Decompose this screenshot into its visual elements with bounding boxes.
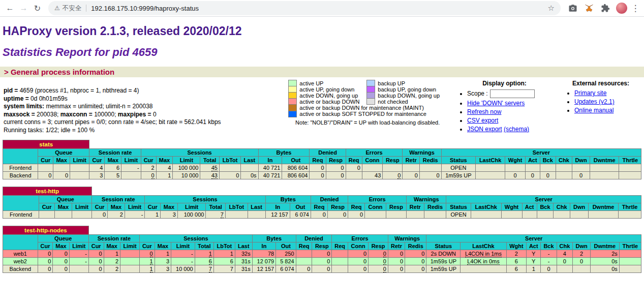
cell: 0s xyxy=(590,257,619,265)
browser-menu-icon[interactable]: ⋮ xyxy=(630,3,641,14)
back-icon[interactable]: ← xyxy=(3,4,17,13)
cell: 0 xyxy=(369,257,388,265)
title-spacer xyxy=(92,187,641,195)
reload-icon[interactable]: ↻ xyxy=(30,4,44,13)
cell: 6 074 xyxy=(276,265,296,272)
column-header-retr: Retr xyxy=(388,242,405,250)
link-refresh-now[interactable]: Refresh now xyxy=(467,108,501,115)
link-online-manual[interactable]: Online manual xyxy=(574,107,614,114)
proxy-name-link[interactable]: stats xyxy=(3,140,89,148)
proxy-name-link[interactable]: test-http-nodes xyxy=(3,226,89,234)
column-header-cur: Cur xyxy=(141,156,156,164)
profile-avatar[interactable] xyxy=(616,3,627,14)
cell xyxy=(365,210,386,218)
group-header-sessions: Sessions xyxy=(145,195,265,203)
scope-input[interactable] xyxy=(490,89,535,98)
column-header-last: Last xyxy=(235,242,252,250)
cell: 6 xyxy=(105,164,121,171)
process-info-line: system limits: memmax = unlimited; ulimi… xyxy=(4,103,280,111)
column-header-total: Total xyxy=(195,242,213,250)
column-header-resp: Resp xyxy=(386,203,406,210)
column-header-wght: Wght xyxy=(506,242,526,250)
omnibox-divider xyxy=(86,5,86,12)
column-header-conn: Conn xyxy=(348,242,369,250)
stats-table-test-http: test-http QueueSession rateSessionsBytes… xyxy=(3,187,641,219)
cell: L4OK in 0ms xyxy=(461,257,507,265)
group-header-server: Server xyxy=(441,148,641,156)
cell: OPEN xyxy=(441,164,475,171)
cell xyxy=(619,164,641,171)
column-header-cur: Cur xyxy=(145,203,161,210)
cell: 0 xyxy=(88,257,104,265)
legend-swatch-not-checked xyxy=(367,99,375,105)
cell xyxy=(501,210,522,218)
extensions-puzzle-icon[interactable] xyxy=(600,3,611,14)
address-bar[interactable]: ⚠ 不安全 192.168.175.10:9999/haproxy-status… xyxy=(48,1,561,15)
cell xyxy=(39,210,55,218)
cell xyxy=(38,164,53,171)
legend-label: active DOWN, going up xyxy=(297,93,367,99)
scope-item: Scope : xyxy=(467,89,554,98)
process-info-line: pid = 4659 (process #1, nbproc = 1, nbth… xyxy=(4,87,280,95)
forward-icon[interactable]: → xyxy=(17,4,30,13)
cell: - xyxy=(541,257,557,265)
link-hide-down-servers[interactable]: Hide 'DOWN' servers xyxy=(467,100,525,107)
column-header-req: Req xyxy=(296,242,312,250)
cell: 5 xyxy=(105,171,121,179)
legend-swatch-active-or-backup-down-for-maintenance-maint xyxy=(289,105,297,111)
cell xyxy=(225,210,248,218)
cell: 2 xyxy=(104,265,120,272)
table-row-web1: web100-01 01-1132s78250 0 00002s DOWNL4C… xyxy=(3,250,641,257)
column-header-redis: Redis xyxy=(424,203,446,210)
stats-table-stats: stats QueueSession rateSessionsBytesDeni… xyxy=(3,140,641,179)
column-header-lbtot: LbTot xyxy=(213,242,235,250)
column-header-max: Max xyxy=(104,242,120,250)
cell xyxy=(120,250,140,257)
link-csv-export[interactable]: CSV export xyxy=(467,117,498,124)
cell xyxy=(219,164,240,171)
cell xyxy=(540,164,556,171)
process-info-line: current conns = 3; current pipes = 0/0; … xyxy=(4,118,280,127)
column-header-limit: Limit xyxy=(70,156,89,164)
cell xyxy=(120,265,140,272)
proxy-name-link[interactable]: test-http xyxy=(3,187,92,195)
group-header-queue: Queue xyxy=(38,148,89,156)
metamask-fox-icon[interactable] xyxy=(584,3,595,14)
column-header-resp: Resp xyxy=(369,242,388,250)
cell: 0 xyxy=(388,257,405,265)
url-text[interactable]: 192.168.175.10:9999/haproxy-status xyxy=(91,5,199,12)
column-header-max: Max xyxy=(53,242,69,250)
bookmark-star-icon[interactable]: ☆ xyxy=(548,4,555,13)
group-header-warnings: Warnings xyxy=(403,148,441,156)
cell: 1m59s UP xyxy=(426,265,461,272)
column-header-wght: Wght xyxy=(501,203,522,210)
cell: 0 xyxy=(326,171,346,179)
column-header-limit: Limit xyxy=(121,156,141,164)
column-header-lbtot: LbTot xyxy=(225,203,248,210)
display-option-item: Refresh now xyxy=(467,108,554,115)
link-primary-site[interactable]: Primary site xyxy=(574,89,606,97)
not-secure-label[interactable]: 不安全 xyxy=(63,4,82,13)
column-header-out: Out xyxy=(282,156,310,164)
column-header-resp: Resp xyxy=(312,242,332,250)
column-header-retr: Retr xyxy=(407,203,424,210)
cell: 5 824 xyxy=(276,257,296,265)
legend-swatch-active-or-backup-down xyxy=(289,99,297,105)
cell: 0 xyxy=(369,250,388,257)
page-title[interactable]: HAProxy version 2.1.3, released 2020/02/… xyxy=(3,24,641,38)
column-header-lastchk: LastChk xyxy=(476,156,505,164)
display-options-list: Scope :Hide 'DOWN' serversRefresh nowCSV… xyxy=(467,89,554,133)
link-updates-v2-1[interactable]: Updates (v2.1) xyxy=(574,98,615,105)
cell: 0 xyxy=(53,250,69,257)
display-option-item: CSV export xyxy=(467,117,554,124)
link-json-schema[interactable]: (schema) xyxy=(504,126,529,133)
screenshot-camera-icon[interactable] xyxy=(567,3,578,14)
cell: 0 xyxy=(310,164,326,171)
column-header-max: Max xyxy=(53,156,70,164)
link-json-export[interactable]: JSON export xyxy=(467,126,502,133)
group-header-session-rate: Session rate xyxy=(92,195,145,203)
row-name: web2 xyxy=(3,257,38,265)
cell xyxy=(505,164,526,171)
column-header-redis: Redis xyxy=(405,242,426,250)
cell: - xyxy=(541,250,557,257)
